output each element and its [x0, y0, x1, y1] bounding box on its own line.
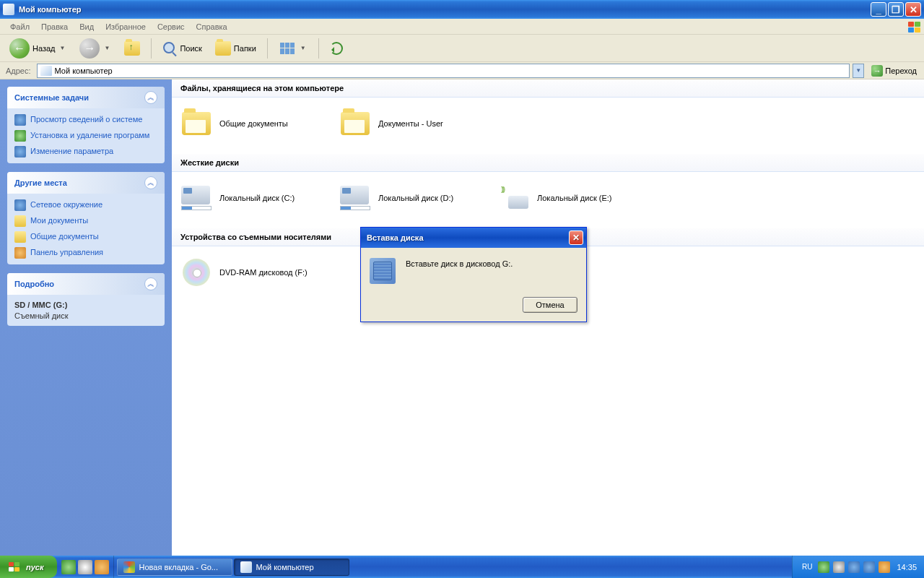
folders-button[interactable]: Папки [210, 39, 261, 58]
item-user-documents[interactable]: Документы - User [335, 105, 494, 142]
settings-icon [14, 146, 26, 158]
refresh-button[interactable] [325, 40, 348, 57]
go-arrow-icon: → [871, 65, 883, 77]
insert-disk-dialog: Вставка диска ✕ Вставьте диск в дисковод… [360, 227, 587, 322]
tray-volume-icon[interactable] [848, 561, 860, 573]
tray-icon[interactable] [833, 561, 845, 573]
link-add-remove[interactable]: Установка и удаление программ [14, 130, 157, 142]
views-dropdown-icon[interactable]: ▼ [299, 45, 308, 51]
link-my-documents[interactable]: Мои документы [14, 215, 157, 227]
tray-icon[interactable] [818, 561, 829, 573]
panel-system-tasks: Системные задачи ︽ Просмотр сведений о с… [7, 87, 165, 163]
folders-icon [215, 41, 231, 56]
hard-drive-icon [340, 186, 369, 204]
panel-header[interactable]: Другие места ︽ [7, 172, 165, 194]
toolbar-separator [267, 38, 268, 59]
go-button[interactable]: → Переход [867, 64, 921, 77]
taskbar-task-chrome[interactable]: Новая вкладка - Go... [117, 558, 232, 576]
quick-launch-item[interactable] [78, 560, 92, 574]
window-titlebar: Мой компьютер _ ❐ ✕ [0, 0, 924, 19]
my-computer-icon [240, 561, 252, 573]
network-icon [14, 199, 26, 211]
disk-icon [370, 258, 396, 284]
minimize-button[interactable]: _ [871, 2, 886, 17]
folder-icon [341, 112, 370, 135]
item-drive-c[interactable]: Локальный диск (C:) [176, 179, 335, 217]
tray-icon[interactable] [879, 561, 890, 573]
go-label: Переход [885, 66, 917, 75]
toolbar-separator [151, 38, 152, 59]
panel-title: Другие места [14, 178, 67, 187]
language-indicator[interactable]: RU [800, 562, 814, 571]
link-control-panel[interactable]: Панель управления [14, 247, 157, 259]
item-drive-e[interactable]: Локальный диск (E:) [494, 179, 653, 217]
back-dropdown-icon[interactable]: ▼ [58, 45, 67, 51]
quick-launch [57, 556, 114, 578]
panel-details: Подробно ︽ SD / MMC (G:) Съемный диск [7, 273, 165, 326]
refresh-icon [330, 42, 343, 55]
search-label: Поиск [180, 44, 201, 53]
panel-header[interactable]: Системные задачи ︽ [7, 87, 165, 108]
folders-label: Папки [234, 44, 256, 53]
external-drive-icon [500, 187, 528, 209]
item-dvd-drive[interactable]: DVD-RAM дисковод (F:) [176, 254, 335, 291]
collapse-icon[interactable]: ︽ [144, 176, 157, 189]
maximize-button[interactable]: ❐ [888, 2, 904, 17]
search-button[interactable]: Поиск [157, 39, 206, 58]
collapse-icon[interactable]: ︽ [144, 277, 157, 290]
forward-dropdown-icon[interactable]: ▼ [103, 45, 111, 51]
taskbar-clock[interactable]: 14:35 [897, 563, 917, 571]
menu-view[interactable]: Вид [74, 20, 100, 33]
window-title: Мой компьютер [19, 5, 871, 14]
documents-icon [14, 215, 26, 227]
menu-tools[interactable]: Сервис [152, 20, 191, 33]
control-panel-icon [14, 247, 26, 259]
dialog-title: Вставка диска [367, 233, 569, 242]
menu-file[interactable]: Файл [4, 20, 35, 33]
address-dropdown-button[interactable]: ▼ [853, 64, 864, 78]
toolbar-separator [318, 38, 319, 59]
up-button[interactable]: ↑ [119, 39, 145, 58]
address-label: Адрес: [3, 66, 34, 75]
back-label: Назад [32, 44, 56, 53]
menu-help[interactable]: Справка [191, 20, 233, 33]
link-change-setting[interactable]: Изменение параметра [14, 146, 157, 158]
close-button[interactable]: ✕ [905, 2, 921, 17]
cancel-button[interactable]: Отмена [523, 297, 578, 313]
windows-flag-icon [7, 561, 22, 574]
views-button[interactable]: ▼ [274, 39, 313, 58]
dialog-close-button[interactable]: ✕ [569, 230, 583, 245]
shared-documents-icon [14, 231, 26, 243]
address-value: Мой компьютер [55, 66, 113, 75]
collapse-icon[interactable]: ︽ [144, 91, 157, 104]
address-input[interactable]: Мой компьютер [37, 64, 850, 78]
tray-network-icon[interactable] [863, 561, 875, 573]
hard-drive-icon [181, 186, 210, 204]
my-computer-icon [3, 4, 14, 15]
quick-launch-item[interactable] [61, 560, 76, 574]
disk-usage-bar [340, 206, 370, 210]
start-button[interactable]: пуск [0, 556, 57, 578]
add-remove-icon [14, 130, 26, 142]
link-system-info[interactable]: Просмотр сведений о системе [14, 114, 157, 126]
taskbar-task-explorer[interactable]: Мой компьютер [234, 558, 349, 576]
link-network[interactable]: Сетевое окружение [14, 199, 157, 211]
item-drive-d[interactable]: Локальный диск (D:) [335, 179, 494, 217]
link-shared-documents[interactable]: Общие документы [14, 231, 157, 243]
item-shared-documents[interactable]: Общие документы [176, 105, 335, 142]
dialog-titlebar[interactable]: Вставка диска ✕ [361, 228, 586, 248]
toolbar: ← Назад ▼ → ▼ ↑ Поиск Папки ▼ [0, 35, 924, 62]
section-files-header: Файлы, хранящиеся на этом компьютере [172, 79, 924, 98]
dialog-message: Вставьте диск в дисковод G:. [406, 258, 578, 287]
quick-launch-item[interactable] [95, 560, 109, 574]
dvd-icon [183, 259, 210, 286]
forward-arrow-icon: → [79, 38, 100, 59]
menu-edit[interactable]: Правка [35, 20, 74, 33]
my-computer-icon [40, 66, 52, 76]
forward-button[interactable]: → ▼ [74, 36, 116, 61]
menu-favorites[interactable]: Избранное [100, 20, 152, 33]
folder-icon [182, 112, 211, 135]
panel-header[interactable]: Подробно ︽ [7, 273, 165, 295]
back-button[interactable]: ← Назад ▼ [4, 36, 71, 61]
panel-other-places: Другие места ︽ Сетевое окружение Мои док… [7, 172, 165, 264]
